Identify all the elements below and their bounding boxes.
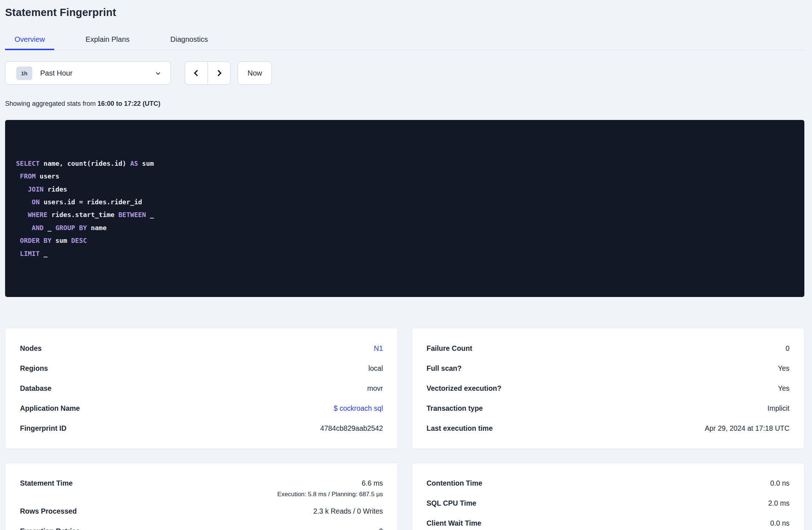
execution-stats-card: Statement Time 6.6 ms Execution: 5.8 ms … [5, 463, 398, 530]
detail-row-application-name: Application Name $ cockroach sql [20, 398, 383, 418]
row-label: Full scan? [427, 364, 462, 373]
previous-range-button[interactable] [185, 61, 208, 85]
row-label: Fingerprint ID [20, 424, 67, 433]
stats-line-prefix: Showing aggregated stats from [5, 100, 97, 107]
row-value: Implicit [767, 404, 789, 413]
row-label: Database [20, 384, 52, 393]
sql-statement-box: SELECT name, count(rides.id) AS sum FROM… [5, 120, 804, 297]
row-value: local [368, 364, 383, 373]
time-row-client-wait: Client Wait Time 0.0 ns [427, 513, 790, 530]
tab-diagnostics[interactable]: Diagnostics [161, 35, 217, 50]
execution-attributes-card: Failure Count 0 Full scan? Yes Vectorize… [412, 328, 805, 449]
row-label: Rows Processed [20, 507, 77, 515]
tab-overview[interactable]: Overview [5, 35, 54, 50]
tab-explain-plans[interactable]: Explain Plans [76, 35, 139, 50]
row-label: Regions [20, 364, 48, 373]
row-value: 4784cb829aab2542 [320, 424, 383, 433]
row-label: Statement Time [20, 473, 73, 493]
time-controls: 1h Past Hour Now [5, 61, 804, 85]
time-row-contention: Contention Time 0.0 ns [427, 473, 790, 493]
chevron-left-icon [192, 68, 201, 78]
row-label: Nodes [20, 344, 42, 353]
row-label: Last execution time [427, 424, 493, 433]
row-value: Yes [778, 364, 789, 373]
statement-fingerprint-page: Statement Fingerprint Overview Explain P… [0, 0, 812, 530]
row-label: Contention Time [427, 479, 482, 487]
sql-code: SELECT name, count(rides.id) AS sum FROM… [16, 157, 793, 260]
tab-bar: Overview Explain Plans Diagnostics [5, 35, 804, 50]
attr-row-last-execution-time: Last execution time Apr 29, 2024 at 17:1… [427, 418, 790, 438]
application-name-link[interactable]: $ cockroach sql [334, 404, 383, 413]
row-label: SQL CPU Time [427, 499, 477, 507]
stat-row-rows-processed: Rows Processed 2.3 k Reads / 0 Writes [20, 501, 383, 521]
attr-row-vectorized: Vectorized execution? Yes [427, 378, 790, 398]
row-label: Application Name [20, 404, 80, 413]
detail-row-regions: Regions local [20, 358, 383, 378]
interval-badge: 1h [16, 67, 32, 80]
row-value: movr [367, 384, 383, 393]
chevron-right-icon [214, 68, 224, 78]
detail-row-database: Database movr [20, 378, 383, 398]
stat-row-execution-retries: Execution Retries 0 [20, 521, 383, 530]
attr-row-transaction-type: Transaction type Implicit [427, 398, 790, 418]
detail-row-nodes: Nodes N1 [20, 338, 383, 358]
time-range-arrows [185, 61, 230, 85]
row-label: Execution Retries [20, 527, 80, 530]
row-value: 2.3 k Reads / 0 Writes [313, 507, 383, 515]
statement-details-card: Nodes N1 Regions local Database movr App… [5, 328, 398, 449]
now-button[interactable]: Now [238, 61, 272, 85]
interval-label: Past Hour [40, 69, 73, 77]
row-value: 0.0 ns [770, 479, 789, 487]
nodes-link[interactable]: N1 [374, 344, 383, 353]
summary-cards: Nodes N1 Regions local Database movr App… [5, 328, 804, 530]
time-row-sql-cpu: SQL CPU Time 2.0 ms [427, 493, 790, 513]
row-value: Yes [778, 384, 789, 393]
page-title: Statement Fingerprint [5, 7, 804, 19]
row-subvalue: Execution: 5.8 ms / Planning: 687.5 µs [277, 490, 383, 501]
attr-row-full-scan: Full scan? Yes [427, 358, 790, 378]
aggregated-stats-line: Showing aggregated stats from 16:00 to 1… [5, 100, 804, 108]
row-value: Apr 29, 2024 at 17:18 UTC [705, 424, 789, 433]
detail-row-fingerprint-id: Fingerprint ID 4784cb829aab2542 [20, 418, 383, 438]
row-label: Client Wait Time [427, 519, 482, 527]
stat-row-statement-time: Statement Time 6.6 ms Execution: 5.8 ms … [20, 473, 383, 501]
next-range-button[interactable] [208, 61, 230, 85]
row-value: 2.0 ms [768, 499, 789, 507]
row-value: 0.0 ns [770, 519, 789, 527]
time-interval-dropdown[interactable]: 1h Past Hour [5, 61, 171, 85]
row-value: 0 [379, 527, 383, 530]
chevron-down-icon [154, 70, 162, 77]
row-label: Transaction type [427, 404, 483, 413]
stats-line-range: 16:00 to 17:22 (UTC) [97, 100, 160, 107]
attr-row-failure-count: Failure Count 0 [427, 338, 790, 358]
row-label: Vectorized execution? [427, 384, 502, 393]
row-value: 0 [785, 344, 789, 353]
time-breakdown-card: Contention Time 0.0 ns SQL CPU Time 2.0 … [412, 463, 805, 530]
row-label: Failure Count [427, 344, 473, 353]
